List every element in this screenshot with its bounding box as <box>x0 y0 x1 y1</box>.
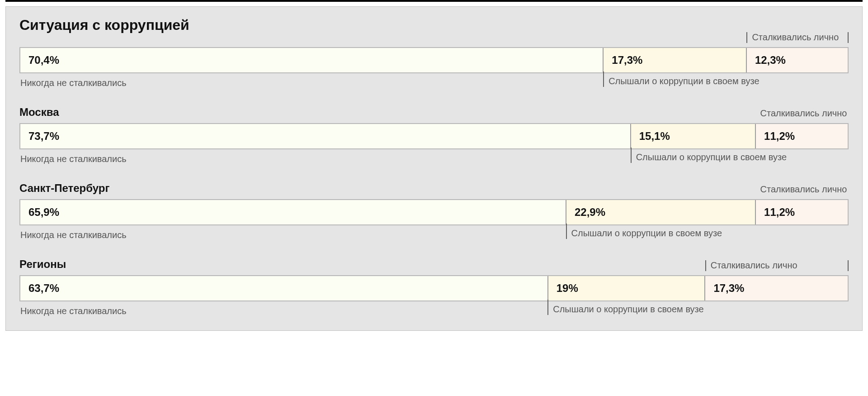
chart-group: МоскваСталкивались лично73,7%15,1%11,2%Н… <box>19 106 849 167</box>
label-heard-wrap: Слышали о коррупции в своем вузе <box>603 72 759 87</box>
bar-segment-value: 15,1% <box>639 130 670 143</box>
bar-segment-value: 19% <box>557 282 578 295</box>
bar-segment-value: 65,9% <box>28 206 59 219</box>
bar-segment: 12,3% <box>746 48 848 72</box>
divider <box>547 300 548 315</box>
bar-segment: 70,4% <box>20 48 603 72</box>
label-personal: Сталкивались лично <box>756 108 854 119</box>
top-annotation: Сталкивались лично <box>705 260 849 272</box>
bar-segment: 22,9% <box>566 200 755 224</box>
chart-group: РегионыСталкивались лично63,7%19%17,3%Ни… <box>19 258 849 319</box>
label-heard: Слышали о коррупции в своем вузе <box>571 224 722 239</box>
bar-segment-value: 70,4% <box>28 54 59 67</box>
bar-segment: 11,2% <box>755 124 848 148</box>
bar-segment-value: 11,2% <box>764 206 795 219</box>
group-footer: Никогда не сталкивалисьСлышали о коррупц… <box>19 306 849 319</box>
top-border <box>5 0 863 2</box>
label-heard-wrap: Слышали о коррупции в своем вузе <box>631 148 787 163</box>
bar-segment: 19% <box>547 276 705 301</box>
top-annotation: Сталкивались лично <box>756 108 849 119</box>
divider <box>566 224 567 239</box>
bar-segment-value: 12,3% <box>755 54 786 67</box>
label-personal: Сталкивались лично <box>747 32 848 43</box>
label-heard-wrap: Слышали о коррупции в своем вузе <box>547 300 703 315</box>
corruption-chart-panel: Ситуация с коррупцией Сталкивались лично… <box>5 6 863 331</box>
group-name: Регионы <box>19 258 66 271</box>
label-never: Никогда не сталкивались <box>19 154 127 167</box>
label-never: Никогда не сталкивались <box>19 230 127 243</box>
group-header: РегионыСталкивались лично <box>19 258 849 271</box>
chart-group: Сталкивались лично70,4%17,3%12,3%Никогда… <box>19 43 849 91</box>
divider <box>848 32 849 43</box>
label-never: Никогда не сталкивались <box>19 78 127 91</box>
top-annotation: Сталкивались лично <box>756 184 849 196</box>
bar-segment: 73,7% <box>20 124 630 148</box>
group-name: Санкт-Петербург <box>19 182 109 195</box>
label-personal: Сталкивались лично <box>706 260 848 272</box>
stacked-bar: 65,9%22,9%11,2% <box>19 199 849 225</box>
bar-segment: 63,7% <box>20 276 547 301</box>
label-personal: Сталкивались лично <box>756 184 854 196</box>
label-never: Никогда не сталкивались <box>19 306 127 319</box>
chart-group: Санкт-ПетербургСталкивались лично65,9%22… <box>19 182 849 243</box>
group-name: Москва <box>19 106 59 119</box>
bar-segment-value: 63,7% <box>28 282 59 295</box>
bar-segment-value: 17,3% <box>713 282 744 295</box>
divider <box>848 260 849 271</box>
bar-segment: 17,3% <box>704 276 848 301</box>
stacked-bar: 70,4%17,3%12,3% <box>19 47 849 73</box>
stacked-bar: 73,7%15,1%11,2% <box>19 123 849 149</box>
bar-segment-value: 22,9% <box>575 206 605 219</box>
label-heard: Слышали о коррупции в своем вузе <box>636 148 787 162</box>
label-heard: Слышали о коррупции в своем вузе <box>553 300 703 315</box>
group-header: МоскваСталкивались лично <box>19 106 849 119</box>
label-heard: Слышали о коррупции в своем вузе <box>609 72 759 86</box>
group-footer: Никогда не сталкивалисьСлышали о коррупц… <box>19 230 849 243</box>
chart-title: Ситуация с коррупцией <box>19 17 849 33</box>
bar-segment-value: 73,7% <box>28 130 59 143</box>
bar-segment-value: 17,3% <box>612 54 642 67</box>
top-annotation: Сталкивались лично <box>746 32 849 43</box>
bar-segment: 15,1% <box>630 124 755 148</box>
group-header: Санкт-ПетербургСталкивались лично <box>19 182 849 195</box>
bar-segment: 17,3% <box>603 48 746 72</box>
group-footer: Никогда не сталкивалисьСлышали о коррупц… <box>19 154 849 167</box>
bar-segment: 11,2% <box>755 200 848 224</box>
label-heard-wrap: Слышали о коррупции в своем вузе <box>566 224 722 239</box>
divider <box>603 72 604 87</box>
bar-segment-value: 11,2% <box>764 130 795 143</box>
bar-segment: 65,9% <box>20 200 566 224</box>
group-footer: Никогда не сталкивалисьСлышали о коррупц… <box>19 78 849 91</box>
stacked-bar: 63,7%19%17,3% <box>19 275 849 301</box>
divider <box>631 148 632 163</box>
